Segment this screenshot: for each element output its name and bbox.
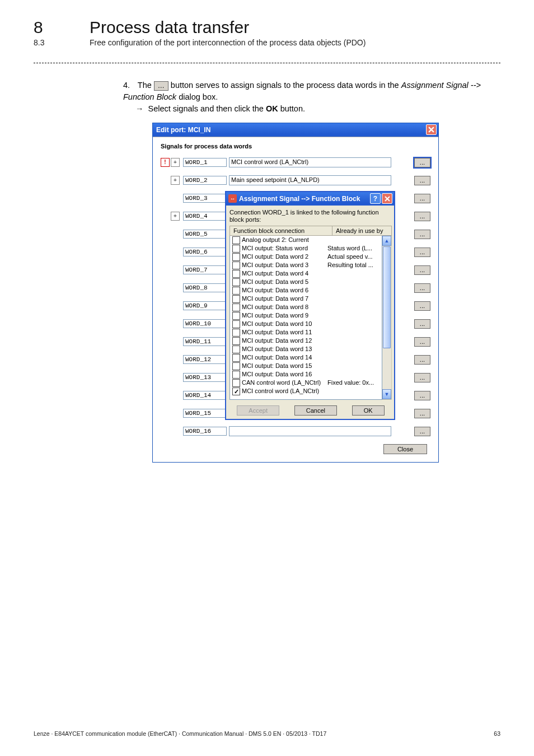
checkbox[interactable] [232,362,240,370]
list-item[interactable]: MCI output: Data word 7 [230,295,382,303]
word-value[interactable] [229,426,391,436]
expand-icon[interactable]: + [171,176,180,185]
ellipsis-button[interactable]: ... [414,230,430,239]
word-label: WORD_15 [183,409,227,418]
ellipsis-button[interactable]: ... [414,391,430,400]
list-item[interactable]: CAN control word (LA_NCtrl)Fixed value: … [230,379,382,387]
help-icon[interactable]: ? [370,193,381,204]
ellipsis-button[interactable]: ... [414,427,430,436]
list-item-inuse [327,269,382,278]
popup-close-icon[interactable] [382,193,392,204]
ellipsis-button[interactable]: ... [414,337,430,347]
ellipsis-button[interactable]: ... [414,283,430,293]
ellipsis-button[interactable]: ... [414,265,430,275]
list-item[interactable]: MCI output: Data word 5 [230,278,382,286]
app-icon: ↔ [228,194,237,203]
checkbox[interactable] [232,287,240,295]
checkbox[interactable] [232,379,240,387]
list-item[interactable]: MCI control word (LA_NCtrl) [230,387,382,395]
ellipsis-button[interactable]: ... [414,212,430,221]
chapter-title: Process data transfer [90,18,249,37]
checkbox[interactable] [232,371,240,379]
ellipsis-button[interactable]: ... [414,248,430,257]
expand-icon[interactable]: + [171,158,180,167]
col-header-connection[interactable]: Function block connection [230,226,332,235]
ellipsis-button[interactable]: ... [414,355,430,365]
word-value[interactable]: Main speed setpoint (LA_NLPD) [229,175,391,185]
close-button[interactable]: Close [383,444,427,454]
word-label: WORD_9 [183,301,227,310]
list-item[interactable]: MCI output: Data word 11 [230,328,382,337]
titlebar[interactable]: Edit port: MCI_IN [153,123,438,137]
footer-text: Lenze · E84AYCET communication module (E… [34,730,326,737]
list-item[interactable]: MCI output: Status wordStatus word (L... [230,244,382,253]
scrollbar[interactable]: ▲ ▼ [382,236,392,400]
list-item[interactable]: MCI output: Data word 16 [230,370,382,379]
checkbox[interactable] [232,312,240,320]
list-item[interactable]: MCI output: Data word 2Actual speed v... [230,253,382,261]
list-item[interactable]: MCI output: Data word 4 [230,269,382,278]
list-item[interactable]: MCI output: Data word 9 [230,311,382,320]
checkbox[interactable] [232,320,240,328]
cancel-button[interactable]: Cancel [294,405,337,416]
list-item[interactable]: Analog output 2: Current [230,236,382,244]
list-item[interactable]: MCI output: Data word 8 [230,303,382,311]
ellipsis-button[interactable]: ... [414,194,430,203]
checkbox[interactable] [232,388,240,395]
list-item[interactable]: MCI output: Data word 13 [230,345,382,353]
list-item[interactable]: MCI output: Data word 14 [230,353,382,362]
arrow-icon: → [135,104,146,113]
checkbox[interactable] [232,245,240,253]
scroll-down-icon[interactable]: ▼ [382,389,391,399]
list-item[interactable]: MCI output: Data word 6 [230,286,382,295]
section-number: 8.3 [34,38,90,47]
col-header-inuse[interactable]: Already in use by [332,226,391,235]
word-label: WORD_11 [183,337,227,346]
list-item[interactable]: MCI output: Data word 15 [230,362,382,370]
checkbox[interactable] [232,262,240,269]
ellipsis-button[interactable]: ... [414,301,430,311]
list-item[interactable]: MCI output: Data word 10 [230,320,382,328]
accept-button: Accept [237,405,279,416]
checkbox[interactable] [232,337,240,345]
ellipsis-button[interactable]: ... [414,319,430,329]
checkbox[interactable] [232,304,240,311]
list-item[interactable]: MCI output: Data word 3Resulting total .… [230,261,382,269]
scroll-thumb[interactable] [383,246,391,348]
list-item-label: MCI output: Data word 16 [242,370,312,379]
ellipsis-button[interactable]: ... [414,158,430,167]
ellipsis-button[interactable]: ... [414,373,430,382]
word-label: WORD_2 [183,176,227,185]
list-item-label: MCI output: Data word 8 [242,303,308,311]
list-item[interactable]: MCI output: Data word 12 [230,337,382,345]
popup-titlebar[interactable]: ↔ Assignment Signal --> Function Block ? [226,192,394,206]
ellipsis-button[interactable]: ... [414,176,430,185]
ellipsis-button-inline[interactable]: … [154,81,168,91]
list-item-label: MCI output: Data word 4 [242,269,308,278]
popup-message: Connection WORD_1 is linked to the follo… [229,209,392,223]
word-label: WORD_7 [183,265,227,274]
expand-icon[interactable]: + [171,212,180,221]
ok-button[interactable]: OK [352,405,385,416]
list-item-label: MCI output: Data word 13 [242,345,312,353]
checkbox[interactable] [232,354,240,362]
chapter-number: 8 [34,18,90,37]
list-body[interactable]: Analog output 2: CurrentMCI output: Stat… [229,236,382,400]
checkbox[interactable] [232,278,240,286]
checkbox[interactable] [232,295,240,303]
list-item-inuse: Actual speed v... [327,253,382,261]
checkbox[interactable] [232,329,240,337]
list-item-label: MCI output: Data word 9 [242,311,308,320]
word-label: WORD_16 [183,427,227,436]
ellipsis-button[interactable]: ... [414,409,430,418]
checkbox[interactable] [232,270,240,278]
list-header: Function block connection Already in use… [229,226,392,236]
checkbox[interactable] [232,253,240,261]
checkbox[interactable] [232,236,240,244]
checkbox[interactable] [232,346,240,353]
word-label: WORD_6 [183,248,227,256]
close-icon[interactable] [426,124,437,135]
word-value[interactable]: MCI control word (LA_NCtrl) [229,157,391,167]
scroll-up-icon[interactable]: ▲ [382,236,391,246]
list-item-label: MCI output: Data word 5 [242,278,308,286]
